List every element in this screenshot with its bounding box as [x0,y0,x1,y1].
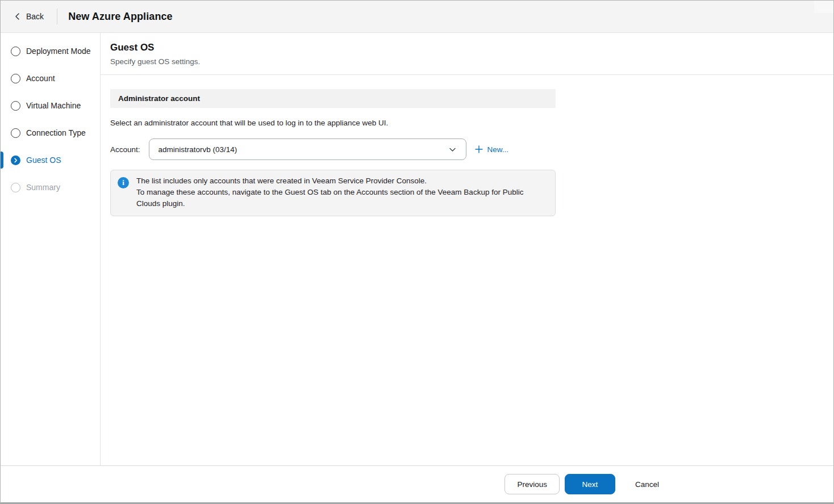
account-select-value: administratorvb (03/14) [159,145,448,154]
step-summary[interactable]: Summary [1,174,100,201]
active-step-chevron-icon [11,156,20,165]
step-circle-icon [11,183,20,192]
account-field-row: Account: administratorvb (03/14) New... [110,138,833,160]
wizard-steps-sidebar: Deployment Mode Account Virtual Machine … [1,33,101,465]
chevron-left-icon [14,12,20,20]
step-label: Connection Type [26,128,86,137]
step-circle-icon [11,47,20,56]
section-header-administrator-account: Administrator account [110,89,556,108]
account-select[interactable]: administratorvb (03/14) [149,138,466,160]
step-connection-type[interactable]: Connection Type [1,119,100,146]
step-subtitle: Specify guest OS settings. [110,57,833,66]
step-heading-block: Guest OS Specify guest OS settings. [101,33,833,75]
step-content: Guest OS Specify guest OS settings. Admi… [101,33,833,465]
chevron-down-icon [448,145,457,154]
cancel-button[interactable]: Cancel [632,474,662,494]
back-label: Back [26,12,44,21]
new-account-label: New... [487,145,509,154]
wizard-footer: Previous Next Cancel [1,465,833,502]
info-note-line2: To manage these accounts, navigate to th… [136,187,540,209]
header-divider [57,9,57,24]
step-deployment-mode[interactable]: Deployment Mode [1,37,100,65]
section-description: Select an administrator account that wil… [110,119,833,127]
info-icon: i [118,177,129,188]
step-circle-icon [11,74,20,83]
account-field-label: Account: [110,145,140,154]
plus-icon [474,145,483,154]
page-title: New Azure Appliance [68,11,173,23]
step-title: Guest OS [110,41,833,53]
step-label: Deployment Mode [26,47,91,56]
step-label: Virtual Machine [26,101,81,110]
previous-button[interactable]: Previous [504,474,560,494]
step-circle-icon [11,101,20,111]
step-virtual-machine[interactable]: Virtual Machine [1,92,100,119]
step-account[interactable]: Account [1,65,100,92]
wizard-header: Back New Azure Appliance [1,1,833,33]
header-corner-decoration [814,1,833,13]
next-button[interactable]: Next [565,474,615,494]
step-guest-os[interactable]: Guest OS [1,146,100,174]
new-azure-appliance-wizard: Back New Azure Appliance Deployment Mode… [0,0,834,504]
step-label: Summary [26,183,60,192]
back-button[interactable]: Back [14,12,44,21]
step-circle-icon [11,128,20,138]
info-note-line1: The list includes only accounts that wer… [136,175,540,187]
step-label: Account [26,74,55,83]
new-account-button[interactable]: New... [474,145,509,154]
info-note-text: The list includes only accounts that wer… [136,175,540,209]
info-note: i The list includes only accounts that w… [110,170,556,216]
active-step-indicator [1,152,3,169]
step-label: Guest OS [26,156,61,165]
